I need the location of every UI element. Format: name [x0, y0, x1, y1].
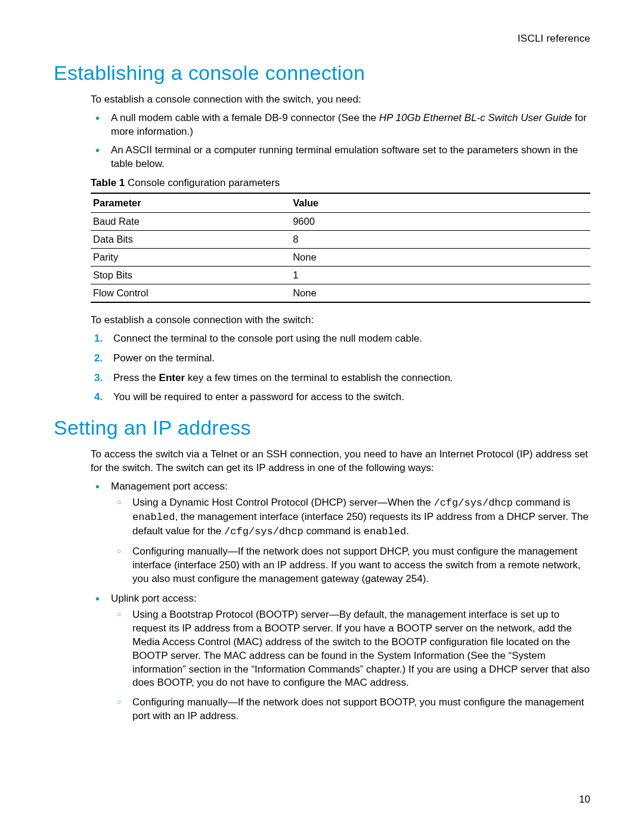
sub-item: Configuring manually—If the network does… — [130, 545, 590, 586]
list-item: Uplink port access: Using a Bootstrap Pr… — [109, 592, 590, 723]
cell-value: None — [290, 248, 590, 266]
ip-intro: To access the switch via a Telnet or an … — [91, 448, 590, 475]
header-reference: ISCLI reference — [54, 33, 590, 45]
steps-list: Connect the terminal to the console port… — [91, 332, 590, 405]
list-item: An ASCII terminal or a computer running … — [109, 144, 590, 171]
table-caption-text: Console configuration parameters — [125, 177, 280, 188]
code-enabled2: enabled — [364, 526, 406, 537]
code-enabled: enabled — [132, 512, 175, 523]
ip-methods-list: Management port access: Using a Dynamic … — [91, 480, 590, 723]
document-page: ISCLI reference Establishing a console c… — [0, 0, 644, 833]
table-caption: Table 1 Console configuration parameters — [91, 177, 590, 189]
step3-prefix: Press the — [113, 372, 159, 383]
step-item: Connect the terminal to the console port… — [109, 332, 590, 346]
code-dhcp-path: /cfg/sys/dhcp — [434, 497, 513, 509]
code-dhcp-path2: /cfg/sys/dhcp — [224, 526, 304, 537]
table-header-value: Value — [290, 193, 590, 213]
section2-body: To access the switch via a Telnet or an … — [91, 448, 590, 723]
cell-value: None — [290, 284, 590, 302]
table-row: Data Bits8 — [91, 230, 590, 248]
dhcp-mid1: command is — [513, 497, 570, 508]
step-item: You will be required to enter a password… — [109, 391, 590, 404]
section1-body: To establish a console connection with t… — [91, 93, 590, 404]
uplink-sublist: Using a Bootstrap Protocol (BOOTP) serve… — [111, 608, 590, 724]
table-header-param: Parameter — [91, 193, 290, 213]
section-heading-console: Establishing a console connection — [54, 61, 590, 85]
step-item: Press the Enter key a few times on the t… — [109, 371, 590, 385]
dhcp-mid3: command is — [304, 525, 364, 537]
cell-param: Flow Control — [91, 284, 290, 302]
step-item: Power on the terminal. — [109, 352, 590, 366]
table-row: Flow ControlNone — [91, 284, 590, 302]
cell-param: Parity — [91, 248, 290, 266]
page-number: 10 — [579, 794, 590, 806]
after-table-text: To establish a console connection with t… — [91, 314, 590, 327]
intro-text: To establish a console connection with t… — [91, 93, 590, 107]
cell-param: Stop Bits — [91, 266, 290, 284]
section-heading-ip: Setting an IP address — [54, 416, 590, 439]
cell-value: 8 — [290, 230, 590, 248]
table-row: ParityNone — [91, 248, 590, 266]
table-label: Table 1 — [91, 177, 125, 188]
table-row: Baud Rate9600 — [91, 212, 590, 230]
table-row: Stop Bits1 — [91, 266, 590, 284]
console-params-table: Parameter Value Baud Rate9600 Data Bits8… — [91, 193, 590, 303]
requirements-list: A null modem cable with a female DB-9 co… — [91, 112, 590, 171]
sub-item: Using a Dynamic Host Control Protocol (D… — [130, 496, 590, 539]
cell-value: 1 — [290, 266, 590, 284]
mgmt-sublist: Using a Dynamic Host Control Protocol (D… — [111, 496, 590, 586]
sub-item: Configuring manually—If the network does… — [130, 696, 590, 723]
dhcp-prefix: Using a Dynamic Host Control Protocol (D… — [132, 497, 434, 508]
sub-item: Using a Bootstrap Protocol (BOOTP) serve… — [130, 608, 590, 690]
bullet1-prefix: A null modem cable with a female DB-9 co… — [111, 112, 379, 123]
mgmt-port-label: Management port access: — [111, 481, 228, 492]
list-item: Management port access: Using a Dynamic … — [109, 480, 590, 586]
cell-param: Data Bits — [91, 230, 290, 248]
list-item: A null modem cable with a female DB-9 co… — [109, 112, 590, 139]
cell-value: 9600 — [290, 212, 590, 230]
uplink-port-label: Uplink port access: — [111, 593, 197, 604]
step3-suffix: key a few times on the terminal to estab… — [185, 372, 453, 383]
step3-bold: Enter — [159, 372, 185, 383]
dhcp-suffix: . — [406, 525, 409, 537]
cell-param: Baud Rate — [91, 212, 290, 230]
bullet1-italic: HP 10Gb Ethernet BL-c Switch User Guide — [379, 112, 572, 123]
